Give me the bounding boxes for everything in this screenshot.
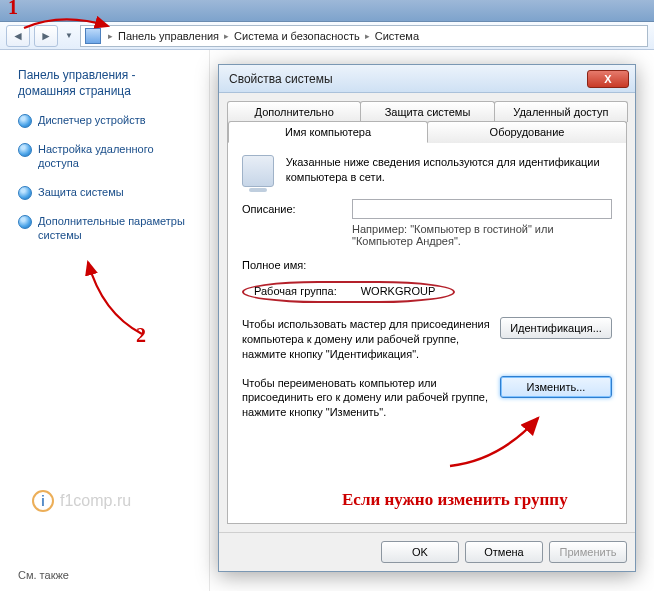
nav-history-dropdown[interactable]: ▼ [62,25,76,47]
annotation-number-1: 1 [8,0,18,19]
watermark-text: f1comp.ru [60,492,131,510]
dialog-title: Свойства системы [229,72,333,86]
shield-icon [18,114,32,128]
workgroup-label: Рабочая группа: [254,285,337,297]
annotation-caption: Если нужно изменить группу [342,490,568,510]
tabpane-computer-name: Указанные ниже сведения используются для… [228,143,626,523]
change-button[interactable]: Изменить... [500,376,612,398]
tab-protection[interactable]: Защита системы [360,101,494,122]
breadcrumb-item[interactable]: Система и безопасность [234,30,360,42]
navigation-bar: ◄ ► ▼ ▸ Панель управления ▸ Система и бе… [0,22,654,50]
fullname-label: Полное имя: [242,259,342,271]
chevron-right-icon: ▸ [105,31,116,41]
sidebar-link-advanced-settings[interactable]: Дополнительные параметры системы [18,214,195,243]
watermark-icon: i [32,490,54,512]
sidebar-see-also: См. также [18,329,195,581]
sidebar-link-remote-settings[interactable]: Настройка удаленного доступа [18,142,195,171]
tab-computer-name[interactable]: Имя компьютера [228,121,428,143]
tabs-row-lower: Имя компьютера Оборудование [228,121,626,143]
control-panel-icon [85,28,101,44]
close-button[interactable]: X [587,70,629,88]
dialog-body: Дополнительно Защита системы Удаленный д… [219,93,635,532]
sidebar-link-label: Диспетчер устройств [38,113,146,127]
nav-forward-button[interactable]: ► [34,25,58,47]
chevron-right-icon: ▸ [362,31,373,41]
dialog-titlebar[interactable]: Свойства системы X [219,65,635,93]
breadcrumb-item[interactable]: Система [375,30,419,42]
sidebar-link-system-protection[interactable]: Защита системы [18,185,195,200]
intro-block: Указанные ниже сведения используются для… [242,155,612,187]
annotation-number-2: 2 [136,324,146,347]
identify-text: Чтобы использовать мастер для присоедине… [242,317,492,362]
description-input[interactable] [352,199,612,219]
nav-back-button[interactable]: ◄ [6,25,30,47]
tab-advanced[interactable]: Дополнительно [227,101,361,122]
window-titlebar [0,0,654,22]
description-row: Описание: [242,199,612,219]
shield-icon [18,215,32,229]
chevron-right-icon: ▸ [221,31,232,41]
sidebar-link-label: Защита системы [38,185,124,199]
computer-icon [242,155,274,187]
description-label: Описание: [242,203,342,215]
tabs-row-upper: Дополнительно Защита системы Удаленный д… [227,101,627,122]
breadcrumb-item[interactable]: Панель управления [118,30,219,42]
description-hint: Например: "Компьютер в гостиной" или "Ко… [352,223,612,247]
identify-block: Чтобы использовать мастер для присоедине… [242,317,612,362]
watermark: i f1comp.ru [32,490,131,512]
change-block: Чтобы переименовать компьютер или присое… [242,376,612,421]
sidebar-link-label: Дополнительные параметры системы [38,214,195,243]
fullname-row: Полное имя: [242,259,612,271]
intro-text: Указанные ниже сведения используются для… [286,155,612,185]
breadcrumb[interactable]: ▸ Панель управления ▸ Система и безопасн… [80,25,648,47]
sidebar-link-device-manager[interactable]: Диспетчер устройств [18,113,195,128]
workgroup-value: WORKGROUP [361,285,436,297]
cancel-button[interactable]: Отмена [465,541,543,563]
ok-button[interactable]: OK [381,541,459,563]
sidebar-link-label: Настройка удаленного доступа [38,142,195,171]
sidebar-title[interactable]: Панель управления - домашняя страница [18,68,195,99]
tab-remote[interactable]: Удаленный доступ [494,101,628,122]
change-text: Чтобы переименовать компьютер или присое… [242,376,492,421]
shield-icon [18,186,32,200]
apply-button[interactable]: Применить [549,541,627,563]
shield-icon [18,143,32,157]
dialog-footer: OK Отмена Применить [219,532,635,571]
identify-button[interactable]: Идентификация... [500,317,612,339]
tab-hardware[interactable]: Оборудование [427,121,627,143]
workgroup-highlight: Рабочая группа: WORKGROUP [242,281,455,303]
